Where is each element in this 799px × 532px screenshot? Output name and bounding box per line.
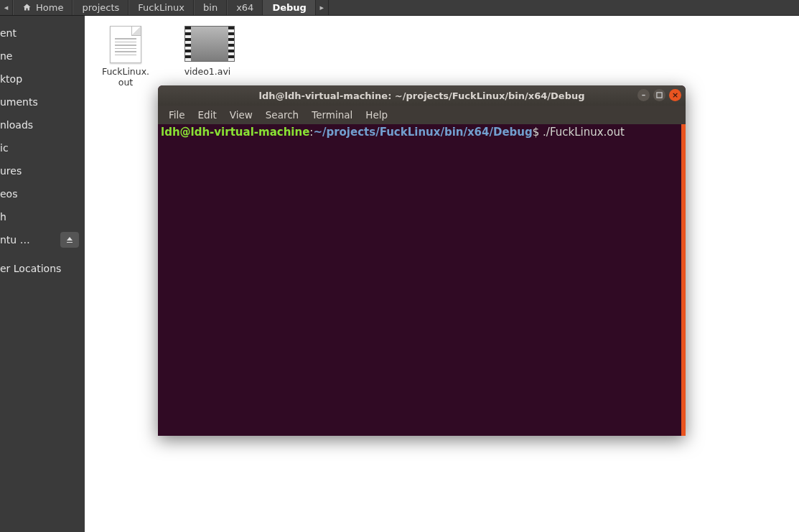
breadcrumb-forward-icon[interactable]: ▸ [316, 0, 329, 15]
maximize-icon [656, 92, 663, 98]
sidebar-item-label: h [0, 211, 6, 223]
breadcrumb-item-fucklinux[interactable]: FuckLinux [129, 0, 194, 15]
close-icon: × [672, 90, 678, 100]
sidebar-item-label: er Locations [0, 263, 61, 274]
breadcrumb: ◂ Home projects FuckLinux bin x64 Debug … [0, 0, 799, 16]
sidebar-item-label: nloads [0, 119, 33, 131]
sidebar-item-label: ic [0, 142, 9, 154]
file-label: FuckLinux. out [95, 66, 156, 88]
breadcrumb-home[interactable]: Home [13, 0, 73, 15]
sidebar-item-label: ktop [0, 73, 22, 85]
terminal-title: ldh@ldh-virtual-machine: ~/projects/Fuck… [258, 90, 584, 101]
sidebar: ent ne ktop uments nloads ic ures eos h … [0, 16, 85, 532]
breadcrumb-label: FuckLinux [138, 2, 184, 13]
breadcrumb-item-projects[interactable]: projects [73, 0, 129, 15]
prompt-path: ~/projects/FuckLinux/bin/x64/Debug [313, 126, 532, 139]
sidebar-item[interactable]: ktop [0, 67, 85, 90]
breadcrumb-label: projects [82, 2, 119, 13]
terminal-window[interactable]: ldh@ldh-virtual-machine: ~/projects/Fuck… [158, 85, 686, 436]
file-item-out[interactable]: FuckLinux. out [95, 26, 156, 88]
window-buttons: – × [637, 89, 681, 101]
file-label: video1.avi [177, 66, 238, 77]
close-button[interactable]: × [669, 89, 681, 101]
sidebar-item-removable[interactable]: ntu … [0, 228, 85, 251]
sidebar-item-label: ntu … [0, 234, 30, 246]
breadcrumb-item-debug[interactable]: Debug [263, 0, 315, 15]
sidebar-item[interactable]: ic [0, 136, 85, 159]
sidebar-item-label: ent [0, 27, 17, 39]
sidebar-item-other-locations[interactable]: er Locations [0, 257, 85, 280]
sidebar-item[interactable]: nloads [0, 113, 85, 136]
svg-rect-0 [657, 93, 662, 98]
breadcrumb-label: Debug [272, 2, 306, 13]
breadcrumb-item-bin[interactable]: bin [194, 0, 227, 15]
sidebar-item-label: ures [0, 165, 22, 177]
maximize-button[interactable] [653, 89, 665, 101]
menu-search[interactable]: Search [259, 109, 305, 121]
sidebar-item[interactable]: ures [0, 159, 85, 182]
minimize-button[interactable]: – [637, 89, 650, 101]
sidebar-item[interactable]: ent [0, 22, 85, 45]
file-item-video[interactable]: video1.avi [177, 26, 238, 88]
minimize-icon: – [642, 90, 646, 100]
breadcrumb-item-x64[interactable]: x64 [227, 0, 263, 15]
terminal-body[interactable]: ldh@ldh-virtual-machine:~/projects/FuckL… [158, 124, 686, 436]
breadcrumb-label: Home [36, 2, 63, 13]
text-file-icon [103, 26, 149, 62]
sidebar-item[interactable]: uments [0, 90, 85, 113]
sidebar-item-label: uments [0, 96, 38, 108]
menu-view[interactable]: View [223, 109, 259, 121]
command-text: ./FuckLinux.out [539, 126, 625, 139]
terminal-menubar: File Edit View Search Terminal Help [158, 106, 686, 124]
sidebar-item[interactable]: h [0, 205, 85, 228]
terminal-titlebar[interactable]: ldh@ldh-virtual-machine: ~/projects/Fuck… [158, 85, 686, 106]
video-file-icon [184, 26, 230, 62]
breadcrumb-label: x64 [236, 2, 253, 13]
menu-terminal[interactable]: Terminal [305, 109, 359, 121]
sidebar-item[interactable]: ne [0, 45, 85, 67]
prompt-dollar: $ [533, 126, 540, 139]
menu-file[interactable]: File [162, 109, 192, 121]
breadcrumb-label: bin [203, 2, 218, 13]
prompt-userhost: ldh@ldh-virtual-machine [161, 126, 309, 139]
menu-edit[interactable]: Edit [192, 109, 223, 121]
menu-help[interactable]: Help [359, 109, 394, 121]
sidebar-item-label: eos [0, 188, 17, 200]
breadcrumb-back-icon[interactable]: ◂ [0, 0, 13, 15]
eject-icon[interactable] [60, 232, 79, 248]
home-icon [22, 3, 32, 14]
sidebar-item[interactable]: eos [0, 182, 85, 205]
sidebar-item-label: ne [0, 50, 13, 62]
